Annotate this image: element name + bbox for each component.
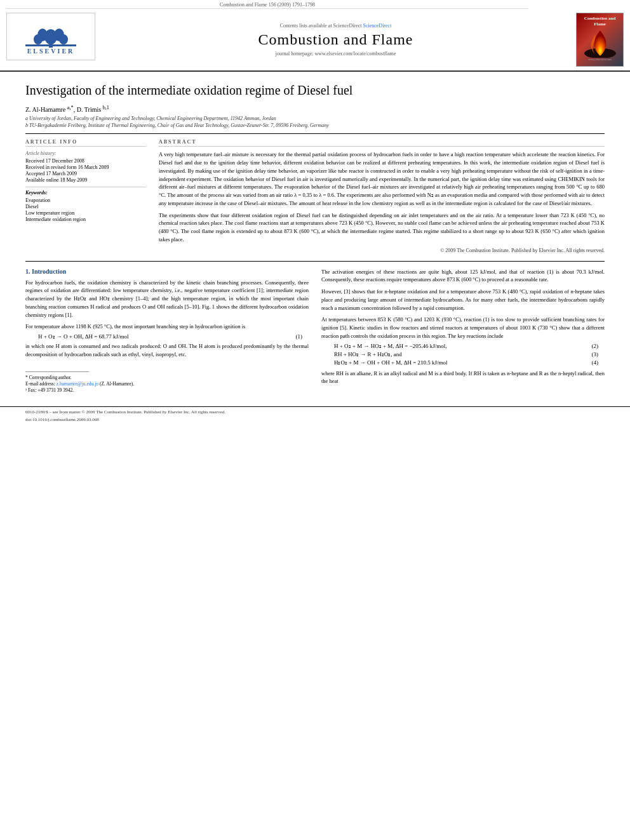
cover-bottom-text: www.elsevier.com: [588, 58, 612, 62]
right-para-1: The activation energies of these reactio…: [321, 268, 605, 284]
abstract-paragraph-1: A very high temperature fuel–air mixture…: [159, 150, 605, 207]
footer-issn: 0010-2180/$ – see front matter © 2009 Th…: [25, 410, 225, 415]
body-left-col: 1. Introduction For hydrocarbon fuels, t…: [25, 268, 309, 394]
equation-4-container: H₂O₂ + M → OH + OH + M, ΔH = 210.5 kJ/mo…: [334, 359, 605, 366]
footer-bar: 0010-2180/$ – see front matter © 2009 Th…: [0, 406, 630, 417]
abstract-paragraph-2: The experiments show that four different…: [159, 211, 605, 244]
footnote-divider: [25, 371, 89, 372]
article-title: Investigation of the intermediate oxidat…: [25, 82, 605, 98]
cover-flame-visual: [579, 29, 620, 58]
introduction-heading: 1. Introduction: [25, 268, 309, 275]
right-para-2: However, [3] shows that for n-heptane ox…: [321, 288, 605, 312]
svg-point-5: [59, 34, 68, 44]
received-date: Received 17 December 2008: [25, 158, 146, 164]
journal-header-center: Contents lists available at ScienceDirec…: [102, 13, 570, 67]
equation-4-text: H₂O₂ + M → OH + OH + M, ΔH = 210.5 kJ/mo…: [334, 359, 448, 366]
keyword-3: Low temperature region: [25, 210, 146, 216]
equation-1-container: H + O₂ → O + OH, ΔH = 68.77 kJ/mol (1): [38, 333, 309, 340]
email-link[interactable]: z.hamamre@ju.edu.jo: [57, 381, 98, 387]
author-text: Z. Al-Hamamre a,*, D. Trimis b,1: [25, 106, 109, 113]
footnote-email: E-mail address: z.hamamre@ju.edu.jo (Z. …: [25, 381, 309, 387]
equation-2-number: (2): [592, 343, 605, 349]
equation-4-number: (4): [592, 359, 605, 366]
sciencedirect-link[interactable]: ScienceDirect: [363, 23, 391, 29]
available-date: Available online 18 May 2009: [25, 177, 146, 183]
journal-cover: Combustion and Flame www.elsevier.co: [576, 13, 624, 67]
revised-date: Received in revised form 16 March 2009: [25, 164, 146, 170]
intro-para-3: in which one H atom is consumed and two …: [25, 342, 309, 359]
keyword-1: Evaporation: [25, 197, 146, 203]
elsevier-label: ELSEVIER: [27, 48, 75, 55]
article-info-col: ARTICLE INFO Article history: Received 1…: [25, 139, 146, 253]
journal-homepage-line: journal homepage: www.elsevier.com/locat…: [276, 51, 396, 57]
svg-rect-6: [25, 44, 76, 46]
abstract-label: ABSTRACT: [159, 139, 605, 147]
body-right-col: The activation energies of these reactio…: [321, 268, 605, 394]
footnote-fax: ¹ Fax: +49 3731 39 3942.: [25, 387, 309, 393]
intro-para-2: For temperature above 1198 K (925 °C), t…: [25, 323, 309, 331]
footnote-corresponding: * Corresponding author.: [25, 375, 309, 380]
equation-3-container: RH + HO₂ → R + H₂O₂, and (3): [334, 351, 605, 357]
top-header: Combustion and Flame 156 (2009) 1791–179…: [0, 0, 630, 72]
divider-2: [25, 261, 605, 262]
tree-icon: [22, 19, 79, 48]
footer-doi-line: doi:10.1016/j.combustflame.2009.03.008: [0, 417, 630, 427]
footer-doi: doi:10.1016/j.combustflame.2009.03.008: [25, 417, 605, 422]
equation-1-number: (1): [296, 333, 309, 340]
article-info-label: ARTICLE INFO: [25, 139, 146, 147]
authors-line: Z. Al-Hamamre a,*, D. Trimis b,1: [25, 105, 605, 113]
volume-line: Combustion and Flame 156 (2009) 1791–179…: [220, 2, 315, 8]
cover-title-text: Combustion and Flame: [579, 16, 620, 27]
keyword-4: Intermediate oxidation region: [25, 217, 146, 222]
equation-2-text: H + O₂ + M → HO₂ + M, ΔH = −205.46 kJ/mo…: [334, 343, 446, 349]
accepted-date: Accepted 17 March 2009: [25, 171, 146, 177]
article-info-abstract-section: ARTICLE INFO Article history: Received 1…: [25, 139, 605, 253]
body-section: 1. Introduction For hydrocarbon fuels, t…: [25, 268, 605, 394]
keywords-label: Keywords:: [25, 190, 146, 196]
equation-3-text: RH + HO₂ → R + H₂O₂, and: [334, 351, 402, 357]
keyword-2: Diesel: [25, 204, 146, 210]
elsevier-logo: ELSEVIER: [6, 13, 95, 60]
info-divider: [25, 187, 146, 187]
right-para-4: where RH is an alkane, R is an alkyl rad…: [321, 370, 605, 386]
history-label: Article history:: [25, 150, 146, 156]
right-para-3: At temperatures between 853 K (580 °C) a…: [321, 316, 605, 340]
equation-1-text: H + O₂ → O + OH, ΔH = 68.77 kJ/mol: [38, 333, 129, 340]
equation-3-number: (3): [592, 351, 605, 357]
copyright-line: © 2009 The Combustion Institute. Publish…: [159, 248, 605, 253]
abstract-col: ABSTRACT A very high temperature fuel–ai…: [159, 139, 605, 253]
svg-point-4: [34, 34, 43, 44]
contents-available-line: Contents lists available at ScienceDirec…: [280, 23, 392, 29]
affiliation-a: a University of Jordan, Faculty of Engin…: [25, 116, 605, 121]
main-content: Investigation of the intermediate oxidat…: [0, 72, 630, 400]
affiliation-b: b TU-Bergakademie Freiberg, Institute of…: [25, 123, 605, 128]
journal-title-main: Combustion and Flame: [258, 31, 413, 48]
divider-1: [25, 133, 605, 134]
intro-para-1: For hydrocarbon fuels, the oxidation che…: [25, 279, 309, 319]
equation-2-container: H + O₂ + M → HO₂ + M, ΔH = −205.46 kJ/mo…: [334, 343, 605, 349]
